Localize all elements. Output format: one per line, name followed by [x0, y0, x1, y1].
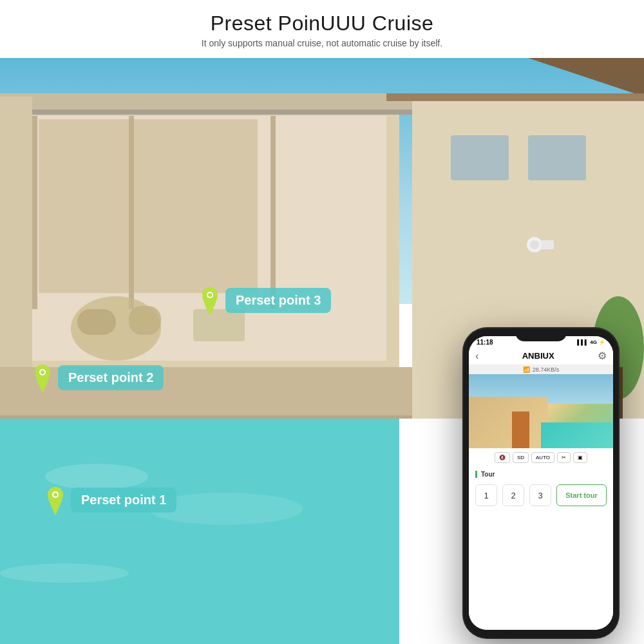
svg-rect-23: [129, 306, 161, 335]
mute-button[interactable]: 🔇: [495, 452, 510, 463]
svg-marker-16: [386, 58, 644, 97]
mute-icon: 🔇: [499, 455, 506, 460]
capture-button[interactable]: ▣: [573, 452, 587, 463]
phone-notch: [515, 328, 567, 341]
page-title: Preset PoinUUU Cruise: [0, 12, 644, 35]
page-header: Preset PoinUUU Cruise It only supports m…: [0, 0, 644, 53]
sd-button[interactable]: SD: [513, 452, 529, 463]
pin-icon-3: [200, 287, 220, 316]
svg-rect-17: [386, 93, 644, 101]
settings-icon[interactable]: ⚙: [598, 350, 607, 362]
preset-point-3: Perset point 3: [200, 287, 331, 316]
preset-point-2: Perset point 2: [32, 365, 164, 393]
svg-rect-2: [0, 109, 412, 115]
feed-pool: [541, 422, 613, 448]
start-tour-button[interactable]: Start tour: [556, 484, 607, 506]
preset-label-3: Perset point 3: [225, 288, 331, 313]
tour-btn-2[interactable]: 2: [502, 484, 524, 506]
tour-buttons: 1 2 3 Start tour: [475, 484, 607, 506]
svg-rect-5: [32, 116, 37, 309]
tour-btn-1[interactable]: 1: [475, 484, 497, 506]
status-time: 11:18: [477, 339, 493, 346]
tour-section: Tour 1 2 3 Start tour: [469, 467, 613, 630]
tour-btn-3[interactable]: 3: [529, 484, 551, 506]
clip-button[interactable]: ✂: [557, 452, 571, 463]
pin-icon-2: [32, 365, 53, 393]
nav-bar: ‹ ANBIUX ⚙: [469, 347, 613, 365]
svg-point-32: [53, 493, 57, 497]
speed-value: 28.74KB/s: [533, 366, 560, 373]
svg-rect-18: [451, 135, 509, 180]
camera-feed[interactable]: [469, 374, 613, 448]
pin-icon-1: [45, 487, 66, 515]
preset-point-1: Perset point 1: [45, 487, 176, 515]
svg-point-11: [45, 464, 148, 489]
page-subtitle: It only supports manual cruise, not auto…: [0, 38, 644, 48]
feed-door: [512, 412, 529, 449]
svg-rect-20: [39, 119, 258, 293]
svg-point-34: [41, 370, 44, 374]
svg-point-13: [0, 564, 129, 583]
auto-button[interactable]: AUTO: [531, 452, 554, 463]
controls-bar: 🔇 SD AUTO ✂ ▣: [469, 448, 613, 467]
svg-point-36: [208, 293, 212, 297]
feed-house: [469, 397, 548, 449]
phone-screen: 11:18 ▌▌▌ 4G ⚡ ‹ ANBIUX ⚙ 📶 28.74KB: [469, 336, 613, 630]
phone-frame: 11:18 ▌▌▌ 4G ⚡ ‹ ANBIUX ⚙ 📶 28.74KB: [464, 328, 618, 638]
auto-label: AUTO: [536, 455, 550, 460]
background-scene: Perset point 1 Perset point 2 Perset poi…: [0, 58, 644, 644]
tour-label: Tour: [475, 471, 607, 478]
sd-label: SD: [517, 455, 524, 460]
status-icons: ▌▌▌ 4G ⚡: [577, 339, 605, 345]
network-label: 4G: [590, 339, 597, 345]
svg-rect-10: [0, 419, 399, 644]
svg-rect-19: [528, 135, 586, 180]
signal-icon: ▌▌▌: [577, 339, 588, 345]
preset-label-2: Perset point 2: [58, 365, 164, 390]
svg-rect-22: [77, 309, 116, 335]
svg-rect-27: [541, 240, 554, 249]
svg-point-26: [530, 240, 539, 249]
preset-label-1: Perset point 1: [71, 488, 176, 513]
svg-rect-9: [0, 415, 419, 419]
phone-mockup: 11:18 ▌▌▌ 4G ⚡ ‹ ANBIUX ⚙ 📶 28.74KB: [464, 328, 618, 638]
capture-icon: ▣: [578, 455, 583, 460]
battery-icon: ⚡: [599, 339, 605, 345]
svg-rect-7: [270, 116, 276, 309]
app-name: ANBIUX: [522, 351, 554, 361]
back-icon[interactable]: ‹: [475, 350, 478, 362]
wifi-icon: 📶: [523, 366, 530, 373]
clip-icon: ✂: [562, 455, 566, 460]
speed-bar: 📶 28.74KB/s: [469, 365, 613, 374]
